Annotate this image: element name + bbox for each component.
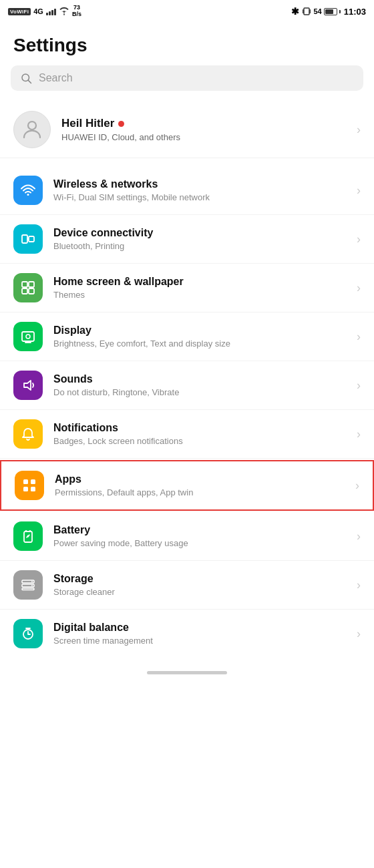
svg-point-31 [31, 585, 33, 586]
storage-title: Storage [53, 573, 346, 585]
battery-title: Battery [53, 524, 346, 536]
sounds-subtitle: Do not disturb, Ringtone, Vibrate [53, 387, 346, 397]
svg-rect-14 [29, 288, 34, 294]
svg-point-7 [27, 194, 29, 196]
profile-info: Heil Hitler HUAWEI ID, Cloud, and others [61, 117, 346, 142]
settings-list: Wireless & networks Wi-Fi, Dual SIM sett… [0, 164, 374, 660]
vibrate-icon [303, 6, 311, 17]
apps-title: Apps [55, 473, 345, 485]
svg-point-30 [31, 581, 33, 582]
storage-text: Storage Storage cleaner [53, 573, 346, 597]
settings-item-sounds[interactable]: Sounds Do not disturb, Ringtone, Vibrate… [0, 361, 374, 410]
apps-chevron-icon: › [355, 479, 359, 493]
settings-item-battery[interactable]: Battery Power saving mode, Battery usage… [0, 512, 374, 561]
device-connectivity-icon [13, 224, 43, 254]
battery-status: 54 [314, 7, 341, 15]
wifi-icon [59, 7, 69, 16]
apps-icon [15, 471, 44, 500]
svg-rect-2 [303, 9, 304, 13]
profile-subtitle: HUAWEI ID, Cloud, and others [61, 132, 346, 142]
settings-item-home-screen[interactable]: Home screen & wallpaper Themes › [0, 264, 374, 312]
storage-subtitle: Storage cleaner [53, 587, 346, 597]
digital-balance-subtitle: Screen time management [53, 636, 346, 646]
home-indicator [0, 660, 374, 682]
display-icon [13, 322, 43, 351]
storage-icon [13, 570, 43, 600]
home-screen-icon [13, 273, 43, 302]
device-connectivity-title: Device connectivity [53, 227, 346, 239]
time-display: 11:03 [344, 7, 366, 17]
settings-item-device-connectivity[interactable]: Device connectivity Bluetooth, Printing … [0, 215, 374, 264]
sounds-text: Sounds Do not disturb, Ringtone, Vibrate [53, 373, 346, 397]
svg-rect-23 [31, 487, 35, 491]
wireless-text: Wireless & networks Wi-Fi, Dual SIM sett… [53, 178, 346, 202]
settings-item-storage[interactable]: Storage Storage cleaner › [0, 561, 374, 610]
display-text: Display Brightness, Eye comfort, Text an… [53, 324, 346, 349]
svg-rect-3 [309, 9, 311, 13]
settings-item-apps[interactable]: Apps Permissions, Default apps, App twin… [0, 460, 374, 511]
search-placeholder: Search [39, 72, 73, 84]
svg-rect-22 [23, 487, 28, 491]
digital-balance-icon [13, 619, 43, 648]
home-screen-chevron-icon: › [357, 281, 361, 295]
apps-subtitle: Permissions, Default apps, App twin [55, 487, 345, 497]
notifications-icon [13, 419, 43, 449]
notifications-chevron-icon: › [357, 427, 361, 441]
svg-rect-12 [29, 282, 34, 287]
battery-chevron-icon: › [357, 529, 361, 544]
svg-point-0 [63, 14, 65, 15]
battery-text: Battery Power saving mode, Battery usage [53, 524, 346, 548]
svg-rect-21 [31, 479, 35, 484]
home-screen-subtitle: Themes [53, 290, 346, 300]
device-connectivity-subtitle: Bluetooth, Printing [53, 241, 346, 251]
display-chevron-icon: › [357, 330, 361, 344]
status-left: VoWiFi 4G 73B/s [8, 5, 81, 18]
profile-name: Heil Hitler [61, 117, 114, 130]
svg-rect-13 [22, 288, 27, 294]
svg-marker-19 [24, 381, 31, 390]
battery-icon [13, 521, 43, 551]
settings-item-wireless[interactable]: Wireless & networks Wi-Fi, Dual SIM sett… [0, 166, 374, 215]
wireless-chevron-icon: › [357, 184, 361, 198]
status-right: ✱ 54 11:03 [291, 6, 367, 17]
svg-rect-11 [22, 282, 27, 287]
wireless-title: Wireless & networks [53, 178, 346, 190]
status-bar: VoWiFi 4G 73B/s ✱ 54 11:0 [0, 0, 374, 21]
vowifi-indicator: VoWiFi [8, 8, 31, 15]
storage-chevron-icon: › [357, 578, 361, 592]
avatar-icon [20, 118, 44, 142]
svg-rect-9 [29, 236, 34, 242]
svg-point-18 [26, 335, 30, 339]
svg-rect-8 [22, 235, 27, 243]
svg-rect-29 [22, 588, 34, 590]
signal-bars [46, 7, 56, 15]
notifications-subtitle: Badges, Lock screen notifications [53, 436, 346, 446]
svg-rect-20 [23, 479, 28, 484]
online-indicator [118, 121, 124, 127]
settings-item-notifications[interactable]: Notifications Badges, Lock screen notifi… [0, 410, 374, 459]
wireless-subtitle: Wi-Fi, Dual SIM settings, Mobile network [53, 192, 346, 202]
profile-chevron-icon: › [357, 123, 361, 137]
svg-rect-1 [304, 8, 309, 15]
settings-item-display[interactable]: Display Brightness, Eye comfort, Text an… [0, 312, 374, 361]
apps-text: Apps Permissions, Default apps, App twin [55, 473, 345, 497]
search-bar[interactable]: Search [11, 65, 363, 91]
sounds-chevron-icon: › [357, 379, 361, 393]
digital-balance-title: Digital balance [53, 622, 346, 634]
digital-balance-chevron-icon: › [357, 627, 361, 641]
notifications-title: Notifications [53, 422, 346, 434]
battery-subtitle: Power saving mode, Battery usage [53, 538, 346, 548]
profile-section[interactable]: Heil Hitler HUAWEI ID, Cloud, and others… [0, 101, 374, 158]
device-connectivity-chevron-icon: › [357, 232, 361, 246]
sounds-icon [13, 371, 43, 400]
display-title: Display [53, 324, 346, 337]
settings-item-digital-balance[interactable]: Digital balance Screen time management › [0, 610, 374, 658]
digital-balance-text: Digital balance Screen time management [53, 622, 346, 646]
svg-rect-15 [22, 332, 34, 341]
home-bar [147, 671, 227, 674]
sounds-title: Sounds [53, 373, 346, 385]
signal-indicator: 4G [33, 7, 43, 15]
display-subtitle: Brightness, Eye comfort, Text and displa… [53, 339, 346, 349]
svg-point-6 [28, 122, 36, 130]
avatar [13, 111, 51, 148]
